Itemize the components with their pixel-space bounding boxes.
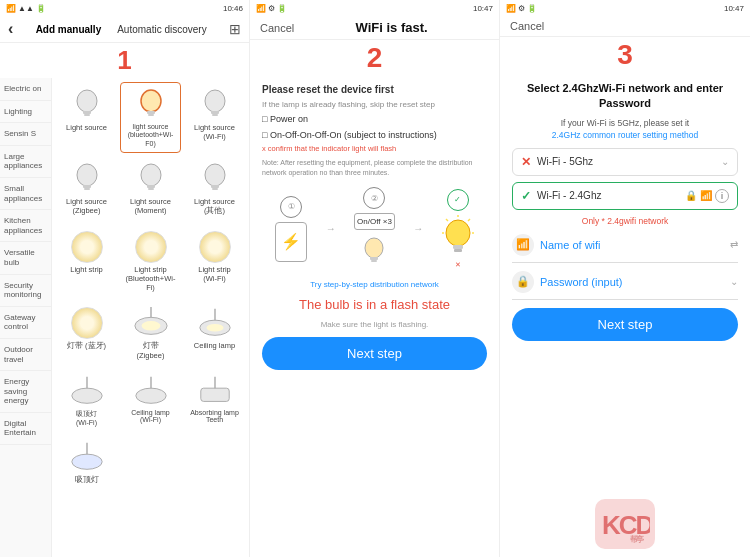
wifi-name-label[interactable]: Name of wifi (540, 239, 724, 251)
step-onoff: □ On-Off-On-Off-On (subject to instructi… (262, 129, 487, 142)
battery-icon-3: 🔋 (527, 4, 537, 13)
device-label-ceiling-wifi2: Ceiling lamp(Wi-Fi) (131, 409, 170, 423)
name-arrow-icon: ⇄ (730, 239, 738, 250)
back-button[interactable]: ‹ (8, 20, 13, 38)
steps-visual: ① ⚡ → ② On/Off ×3 → ✓ (262, 187, 487, 270)
wifi-name-icon: 📶 (512, 234, 534, 256)
name-of-wifi-row[interactable]: 📶 Name of wifi ⇄ (512, 234, 738, 263)
scan-icon[interactable]: ⊞ (229, 21, 241, 37)
svg-rect-13 (147, 185, 155, 188)
bulb-icon-2 (197, 87, 233, 123)
password-lock-icon: 🔒 (512, 271, 534, 293)
absorb-icon (197, 373, 233, 409)
svg-rect-7 (211, 111, 219, 114)
device-absorb-teeth[interactable]: Absorbing lampTeeth (184, 368, 245, 431)
signal-icon-3: 📶 (506, 4, 516, 13)
device-strip-2[interactable]: Light strip(Bluetooth+Wi-Fi) (120, 224, 181, 297)
device-ceiling-1[interactable]: Ceiling lamp (184, 300, 245, 365)
step-visual-2: ② On/Off ×3 (354, 187, 395, 270)
device-label-ceiling-1: Ceiling lamp (194, 341, 235, 350)
next-step-button-3[interactable]: Next step (512, 308, 738, 341)
panel-wifi-select: 📶 ⚙ 🔋 10:47 Cancel 3 Select 2.4GhzWi-Fi … (500, 0, 750, 557)
svg-rect-8 (212, 114, 218, 116)
cat-small-appliances[interactable]: Small appliances (0, 178, 51, 210)
cat-outdoor[interactable]: Outdoor travel (0, 339, 51, 371)
device-dengdai-zigbee[interactable]: 灯带(Zigbee) (120, 300, 181, 365)
cat-lighting[interactable]: Lighting (0, 101, 51, 124)
device-strip-3[interactable]: Light strip(Wi-Fi) (184, 224, 245, 297)
panel3-header: Cancel (500, 16, 750, 37)
cat-security[interactable]: Security monitoring (0, 275, 51, 307)
cancel-button-3[interactable]: Cancel (510, 20, 544, 32)
time-1: 10:46 (223, 4, 243, 13)
device-light-source[interactable]: Light source (56, 82, 117, 153)
device-light-zigbee[interactable]: Light source(Zigbee) (56, 156, 117, 221)
plug-icon: ⚡ (275, 222, 307, 262)
status-bar-3: 📶 ⚙ 🔋 10:47 (500, 0, 750, 16)
step-visual-1: ① ⚡ (275, 196, 307, 262)
bulb-icon-3 (69, 161, 105, 197)
strip-icon-1 (69, 229, 105, 265)
status-right-2: 10:47 (473, 4, 493, 13)
step-badge-1: 1 (0, 43, 249, 78)
router-setting-link[interactable]: 2.4GHz common router setting method (512, 130, 738, 140)
cat-energy[interactable]: Energy saving energy (0, 371, 51, 413)
tab-add-manually[interactable]: Add manually (32, 22, 106, 37)
panel3-title: Select 2.4GhzWi-Fi network and enter Pas… (512, 81, 738, 112)
bulb-icon-0 (69, 87, 105, 123)
status-left-3: 📶 ⚙ 🔋 (506, 4, 537, 13)
cat-gateway[interactable]: Gateway control (0, 307, 51, 339)
cat-electric[interactable]: Electric on (0, 78, 51, 101)
device-label-strip-3: Light strip(Wi-Fi) (198, 265, 231, 283)
battery-icon-2: 🔋 (277, 4, 287, 13)
onoff-label: On/Off ×3 (354, 213, 395, 230)
only-24g-text: Only * 2.4gwifi network (512, 216, 738, 226)
arrow-1: → (326, 223, 336, 234)
device-light-moment[interactable]: Light source(Moment) (120, 156, 181, 221)
wifi-option-24ghz[interactable]: ✓ Wi-Fi - 2.4Ghz 🔒 📶 i (512, 182, 738, 210)
next-step-button-2[interactable]: Next step (262, 337, 487, 370)
wifi-option-5ghz[interactable]: ✕ Wi-Fi - 5Ghz ⌄ (512, 148, 738, 176)
panel2-header: Cancel WiFi is fast. (250, 16, 499, 40)
device-dixdeng-wifi[interactable]: 吸顶灯(Wi-Fi) (56, 368, 117, 431)
time-2: 10:47 (473, 4, 493, 13)
status-bar-2: 📶 ⚙ 🔋 10:47 (250, 0, 499, 16)
signal-icon: 📶 (6, 4, 16, 13)
cat-digital[interactable]: Digital Entertain (0, 413, 51, 445)
tab-auto-discovery[interactable]: Automatic discovery (113, 22, 210, 37)
step-num-2: ② (363, 187, 385, 209)
device-xidengzi-final[interactable]: 吸顶灯 (56, 434, 117, 490)
svg-line-42 (446, 219, 448, 221)
distribute-link[interactable]: Try step-by-step distribution network (262, 280, 487, 289)
panel3-hint: If your Wi-Fi is 5GHz, please set it (512, 118, 738, 128)
cat-sensor[interactable]: Sensin S (0, 123, 51, 146)
strip-icon-3 (197, 229, 233, 265)
panel3-content: Select 2.4GhzWi-Fi network and enter Pas… (500, 73, 750, 557)
device-light-wifi[interactable]: Light source(Wi-Fi) (184, 82, 245, 153)
cat-versatile-bulb[interactable]: Versatile bulb (0, 242, 51, 274)
svg-point-9 (77, 164, 97, 186)
device-ceiling-wifi2[interactable]: Ceiling lamp(Wi-Fi) (120, 368, 181, 431)
svg-point-3 (141, 90, 161, 112)
svg-rect-28 (200, 388, 228, 401)
password-row[interactable]: 🔒 Password (input) ⌄ (512, 271, 738, 300)
device-label-strip-1: Light strip (70, 265, 103, 274)
device-label-0: Light source (66, 123, 107, 132)
device-strip-bt[interactable]: 灯带 (蓝牙) (56, 300, 117, 365)
time-3: 10:47 (724, 4, 744, 13)
battery-icon: 🔋 (36, 4, 46, 13)
device-label-strip-4: 灯带 (蓝牙) (67, 341, 106, 351)
svg-rect-2 (84, 114, 90, 116)
cat-large-appliances[interactable]: Large appliances (0, 146, 51, 178)
device-light-bt-wifi[interactable]: light source(bluetooth+Wi-F0) (120, 82, 181, 153)
cancel-button-2[interactable]: Cancel (260, 22, 294, 34)
device-label-4: Light source(Moment) (130, 197, 171, 215)
svg-point-26 (135, 388, 165, 403)
svg-rect-17 (212, 188, 218, 190)
note-text: Make sure the light is flashing. (262, 320, 487, 329)
device-strip-1[interactable]: Light strip (56, 224, 117, 297)
cat-kitchen[interactable]: Kitchen appliances (0, 210, 51, 242)
strip-icon-2 (133, 229, 169, 265)
password-label[interactable]: Password (input) (540, 276, 724, 288)
device-light-other[interactable]: Light source(其他) (184, 156, 245, 221)
